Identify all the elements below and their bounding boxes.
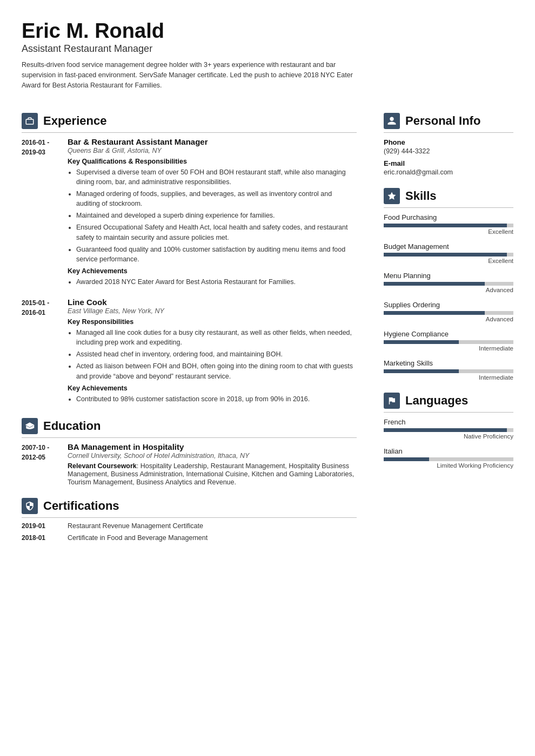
skill-level-3: Advanced [384, 316, 513, 322]
skill-bar-fill-0 [384, 224, 507, 227]
coursework-1: Relevant Coursework: Hospitality Leaders… [68, 462, 357, 486]
resp-1-3: Maintained and developed a superb dining… [76, 211, 357, 220]
personal-info-section-heading: Personal Info [384, 113, 513, 133]
resp-2-1: Managed all line cook duties for a busy … [76, 328, 357, 347]
certifications-section-heading: Certifications [22, 498, 357, 518]
resp-1-4: Ensured Occupational Safety and Health A… [76, 222, 357, 242]
skill-name-2: Menu Planning [384, 272, 513, 280]
education-icon-box [22, 418, 38, 434]
skill-item-0: Food Purchasing Excellent [384, 213, 513, 235]
header-section: Eric M. Ronald Assistant Restaurant Mana… [22, 19, 513, 91]
responsibilities-list-2: Managed all line cook duties for a busy … [68, 328, 357, 381]
resp-2-3: Acted as liaison between FOH and BOH, of… [76, 361, 357, 381]
star-icon [387, 191, 397, 201]
languages-icon-box [384, 393, 400, 409]
cert-entry-2: 2018-01 Certificate in Food and Beverage… [22, 534, 357, 542]
resp-1-1: Supervised a diverse team of over 50 FOH… [76, 167, 357, 187]
job-title-2: Line Cook [68, 298, 357, 307]
personal-info-title: Personal Info [405, 114, 480, 128]
key-ach-heading-2: Key Achievements [68, 384, 357, 392]
experience-section-heading: Experience [22, 113, 357, 133]
cert-name-1: Restaurant Revenue Management Certificat… [68, 522, 203, 530]
skill-bar-3 [384, 311, 513, 315]
lang-bar-0 [384, 428, 513, 432]
skill-name-1: Budget Management [384, 242, 513, 251]
coursework-label-1: Relevant Coursework [68, 462, 137, 470]
ach-1-1: Awarded 2018 NYC Eater Award for Best As… [76, 277, 357, 287]
certifications-title: Certifications [43, 499, 119, 513]
achievements-list-1: Awarded 2018 NYC Eater Award for Best As… [68, 277, 357, 287]
experience-icon-box [22, 113, 38, 129]
phone-label: Phone [384, 138, 513, 146]
skill-bar-fill-3 [384, 311, 485, 315]
exp-entry-1: 2016-01 - 2019-03 Bar & Restaurant Assis… [22, 137, 357, 289]
skill-name-3: Supplies Ordering [384, 301, 513, 309]
right-column: Personal Info Phone (929) 444-3322 E-mai… [373, 101, 513, 546]
skill-item-3: Supplies Ordering Advanced [384, 301, 513, 322]
main-body: Experience 2016-01 - 2019-03 Bar & Resta… [22, 101, 513, 546]
skill-level-5: Intermediate [384, 374, 513, 381]
resp-1-2: Managed ordering of foods, supplies, and… [76, 189, 357, 208]
email-label: E-mail [384, 159, 513, 167]
person-icon [387, 116, 397, 126]
skill-bar-0 [384, 224, 513, 227]
skill-level-0: Excellent [384, 228, 513, 235]
exp-content-2: Line Cook East Village Eats, New York, N… [68, 298, 357, 406]
cert-date-1: 2019-01 [22, 522, 68, 530]
lang-name-0: French [384, 418, 513, 426]
education-title: Education [43, 419, 101, 433]
company-2: East Village Eats, New York, NY [68, 307, 357, 315]
skill-bar-1 [384, 253, 513, 256]
lang-item-0: French Native Proficiency [384, 418, 513, 440]
lang-bar-1 [384, 457, 513, 461]
ach-2-1: Contributed to 98% customer satisfaction… [76, 394, 357, 404]
skill-item-4: Hygiene Compliance Intermediate [384, 330, 513, 352]
education-section-heading: Education [22, 418, 357, 438]
achievements-list-2: Contributed to 98% customer satisfaction… [68, 394, 357, 404]
exp-dates-2: 2015-01 - 2016-01 [22, 298, 68, 406]
skill-level-4: Intermediate [384, 345, 513, 352]
lang-item-1: Italian Limited Working Proficiency [384, 447, 513, 469]
cert-entry-1: 2019-01 Restaurant Revenue Management Ce… [22, 522, 357, 530]
skill-item-1: Budget Management Excellent [384, 242, 513, 264]
skill-bar-fill-2 [384, 282, 485, 286]
email-value: eric.ronald@gmail.com [384, 168, 513, 176]
skills-section-heading: Skills [384, 188, 513, 208]
lang-level-0: Native Proficiency [384, 433, 513, 440]
lang-bar-fill-1 [384, 457, 429, 461]
languages-list: French Native Proficiency Italian Limite… [384, 418, 513, 469]
skill-level-1: Excellent [384, 258, 513, 264]
edu-content-1: BA Management in Hospitality Cornell Uni… [68, 442, 357, 486]
exp-content-1: Bar & Restaurant Assistant Manager Queen… [68, 137, 357, 289]
resp-2-2: Assisted head chef in inventory, orderin… [76, 349, 357, 359]
company-1: Queens Bar & Grill, Astoria, NY [68, 147, 357, 154]
experience-title: Experience [43, 114, 106, 128]
edu-dates-1: 2007-10 - 2012-05 [22, 442, 68, 486]
cert-date-2: 2018-01 [22, 534, 68, 542]
skill-name-0: Food Purchasing [384, 213, 513, 221]
exp-dates-1: 2016-01 - 2019-03 [22, 137, 68, 289]
shield-icon [25, 501, 35, 511]
skill-level-2: Advanced [384, 287, 513, 293]
skills-list: Food Purchasing Excellent Budget Managem… [384, 213, 513, 381]
skills-title: Skills [405, 189, 436, 203]
personal-info-icon-box [384, 113, 400, 129]
skill-bar-fill-5 [384, 369, 459, 373]
lang-bar-fill-0 [384, 428, 507, 432]
skill-item-5: Marketing Skills Intermediate [384, 359, 513, 381]
lang-level-1: Limited Working Proficiency [384, 462, 513, 469]
certifications-icon-box [22, 498, 38, 514]
flag-icon [387, 396, 397, 406]
resume-container: Eric M. Ronald Assistant Restaurant Mana… [0, 0, 535, 756]
exp-entry-2: 2015-01 - 2016-01 Line Cook East Village… [22, 298, 357, 406]
phone-value: (929) 444-3322 [384, 147, 513, 155]
skill-bar-fill-1 [384, 253, 507, 256]
degree-1: BA Management in Hospitality [68, 442, 357, 451]
school-1: Cornell University, School of Hotel Admi… [68, 452, 357, 460]
skills-icon-box [384, 188, 400, 204]
resp-1-5: Guaranteed food quality and 100% custome… [76, 245, 357, 264]
skill-name-5: Marketing Skills [384, 359, 513, 367]
candidate-summary: Results-driven food service management d… [22, 60, 367, 91]
candidate-job-title: Assistant Restaurant Manager [22, 43, 513, 55]
job-title-1: Bar & Restaurant Assistant Manager [68, 137, 357, 146]
